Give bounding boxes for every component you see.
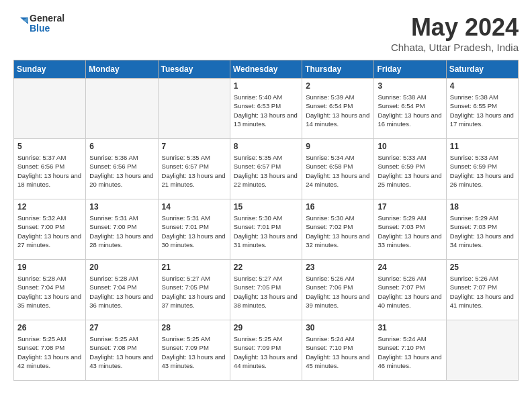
- day-info: Sunrise: 5:31 AMSunset: 7:00 PMDaylight:…: [89, 214, 154, 249]
- day-info: Sunrise: 5:33 AMSunset: 6:59 PMDaylight:…: [378, 153, 442, 189]
- day-cell: 1 Sunrise: 5:40 AMSunset: 6:53 PMDayligh…: [230, 79, 302, 139]
- day-number: 12: [17, 202, 82, 212]
- day-cell: 7 Sunrise: 5:35 AMSunset: 6:57 PMDayligh…: [158, 139, 230, 199]
- day-info: Sunrise: 5:39 AMSunset: 6:54 PMDaylight:…: [306, 93, 370, 128]
- day-cell: [14, 79, 86, 139]
- month-title: May 2024: [391, 13, 519, 42]
- day-number: 10: [378, 142, 442, 151]
- day-cell: 4 Sunrise: 5:38 AMSunset: 6:55 PMDayligh…: [446, 79, 518, 139]
- day-number: 6: [89, 142, 154, 151]
- header-row: Sunday Monday Tuesday Wednesday Thursday…: [14, 60, 519, 79]
- day-number: 20: [89, 263, 154, 272]
- day-info: Sunrise: 5:32 AMSunset: 7:00 PMDaylight:…: [17, 214, 82, 249]
- day-info: Sunrise: 5:28 AMSunset: 7:04 PMDaylight:…: [17, 274, 82, 310]
- day-info: Sunrise: 5:40 AMSunset: 6:53 PMDaylight:…: [234, 93, 298, 128]
- day-cell: 27 Sunrise: 5:25 AMSunset: 7:08 PMDaylig…: [86, 320, 158, 381]
- day-number: 29: [234, 323, 298, 332]
- col-wednesday: Wednesday: [230, 60, 302, 79]
- day-number: 5: [17, 142, 82, 151]
- week-row-3: 12 Sunrise: 5:32 AMSunset: 7:00 PMDaylig…: [14, 199, 519, 260]
- day-info: Sunrise: 5:30 AMSunset: 7:01 PMDaylight:…: [234, 214, 298, 249]
- day-cell: 15 Sunrise: 5:30 AMSunset: 7:01 PMDaylig…: [230, 199, 302, 260]
- day-number: 3: [378, 81, 442, 91]
- day-cell: [86, 79, 158, 139]
- day-cell: 13 Sunrise: 5:31 AMSunset: 7:00 PMDaylig…: [86, 199, 158, 260]
- day-info: Sunrise: 5:26 AMSunset: 7:06 PMDaylight:…: [306, 274, 370, 310]
- day-cell: 31 Sunrise: 5:24 AMSunset: 7:10 PMDaylig…: [374, 320, 446, 381]
- day-cell: 10 Sunrise: 5:33 AMSunset: 6:59 PMDaylig…: [374, 139, 446, 199]
- day-cell: [446, 320, 518, 381]
- day-cell: 21 Sunrise: 5:27 AMSunset: 7:05 PMDaylig…: [158, 260, 230, 320]
- col-sunday: Sunday: [14, 60, 86, 79]
- col-monday: Monday: [86, 60, 158, 79]
- day-info: Sunrise: 5:36 AMSunset: 6:56 PMDaylight:…: [89, 153, 154, 189]
- day-cell: 14 Sunrise: 5:31 AMSunset: 7:01 PMDaylig…: [158, 199, 230, 260]
- day-info: Sunrise: 5:29 AMSunset: 7:03 PMDaylight:…: [450, 214, 515, 249]
- title-block: May 2024 Chhata, Uttar Pradesh, India: [391, 13, 519, 53]
- col-tuesday: Tuesday: [158, 60, 230, 79]
- day-number: 19: [17, 263, 82, 272]
- day-number: 21: [162, 263, 226, 272]
- day-info: Sunrise: 5:25 AMSunset: 7:09 PMDaylight:…: [162, 334, 226, 370]
- day-number: 2: [306, 81, 370, 91]
- day-cell: 20 Sunrise: 5:28 AMSunset: 7:04 PMDaylig…: [86, 260, 158, 320]
- day-info: Sunrise: 5:38 AMSunset: 6:54 PMDaylight:…: [378, 93, 442, 128]
- day-number: 26: [17, 323, 82, 332]
- day-cell: 8 Sunrise: 5:35 AMSunset: 6:57 PMDayligh…: [230, 139, 302, 199]
- day-cell: 2 Sunrise: 5:39 AMSunset: 6:54 PMDayligh…: [302, 79, 374, 139]
- day-cell: 24 Sunrise: 5:26 AMSunset: 7:07 PMDaylig…: [374, 260, 446, 320]
- day-info: Sunrise: 5:38 AMSunset: 6:55 PMDaylight:…: [450, 93, 515, 128]
- day-info: Sunrise: 5:26 AMSunset: 7:07 PMDaylight:…: [378, 274, 442, 310]
- day-number: 14: [162, 202, 226, 212]
- col-friday: Friday: [374, 60, 446, 79]
- day-cell: 29 Sunrise: 5:25 AMSunset: 7:09 PMDaylig…: [230, 320, 302, 381]
- day-cell: 25 Sunrise: 5:26 AMSunset: 7:07 PMDaylig…: [446, 260, 518, 320]
- day-cell: 16 Sunrise: 5:30 AMSunset: 7:02 PMDaylig…: [302, 199, 374, 260]
- day-info: Sunrise: 5:34 AMSunset: 6:58 PMDaylight:…: [306, 153, 370, 189]
- week-row-1: 1 Sunrise: 5:40 AMSunset: 6:53 PMDayligh…: [14, 79, 519, 139]
- day-info: Sunrise: 5:29 AMSunset: 7:03 PMDaylight:…: [378, 214, 442, 249]
- day-cell: 28 Sunrise: 5:25 AMSunset: 7:09 PMDaylig…: [158, 320, 230, 381]
- day-cell: [158, 79, 230, 139]
- day-number: 4: [450, 81, 515, 91]
- day-number: 23: [306, 263, 370, 272]
- day-info: Sunrise: 5:30 AMSunset: 7:02 PMDaylight:…: [306, 214, 370, 249]
- week-row-5: 26 Sunrise: 5:25 AMSunset: 7:08 PMDaylig…: [14, 320, 519, 381]
- day-number: 27: [89, 323, 154, 332]
- day-cell: 17 Sunrise: 5:29 AMSunset: 7:03 PMDaylig…: [374, 199, 446, 260]
- day-info: Sunrise: 5:35 AMSunset: 6:57 PMDaylight:…: [234, 153, 298, 189]
- day-cell: 30 Sunrise: 5:24 AMSunset: 7:10 PMDaylig…: [302, 320, 374, 381]
- week-row-2: 5 Sunrise: 5:37 AMSunset: 6:56 PMDayligh…: [14, 139, 519, 199]
- day-info: Sunrise: 5:27 AMSunset: 7:05 PMDaylight:…: [162, 274, 226, 310]
- day-number: 24: [378, 263, 442, 272]
- day-info: Sunrise: 5:25 AMSunset: 7:09 PMDaylight:…: [234, 334, 298, 370]
- day-number: 25: [450, 263, 515, 272]
- day-cell: 22 Sunrise: 5:27 AMSunset: 7:05 PMDaylig…: [230, 260, 302, 320]
- day-info: Sunrise: 5:25 AMSunset: 7:08 PMDaylight:…: [17, 334, 82, 370]
- day-number: 28: [162, 323, 226, 332]
- day-cell: 11 Sunrise: 5:33 AMSunset: 6:59 PMDaylig…: [446, 139, 518, 199]
- day-info: Sunrise: 5:25 AMSunset: 7:08 PMDaylight:…: [89, 334, 154, 370]
- day-cell: 19 Sunrise: 5:28 AMSunset: 7:04 PMDaylig…: [14, 260, 86, 320]
- day-number: 13: [89, 202, 154, 212]
- day-info: Sunrise: 5:37 AMSunset: 6:56 PMDaylight:…: [17, 153, 82, 189]
- day-cell: 18 Sunrise: 5:29 AMSunset: 7:03 PMDaylig…: [446, 199, 518, 260]
- day-number: 31: [378, 323, 442, 332]
- day-number: 11: [450, 142, 515, 151]
- day-number: 17: [378, 202, 442, 212]
- day-cell: 9 Sunrise: 5:34 AMSunset: 6:58 PMDayligh…: [302, 139, 374, 199]
- day-info: Sunrise: 5:31 AMSunset: 7:01 PMDaylight:…: [162, 214, 226, 249]
- day-info: Sunrise: 5:24 AMSunset: 7:10 PMDaylight:…: [306, 334, 370, 370]
- logo-bird-icon: [13, 16, 28, 31]
- day-number: 30: [306, 323, 370, 332]
- day-number: 9: [306, 142, 370, 151]
- day-number: 8: [234, 142, 298, 151]
- calendar-table: Sunday Monday Tuesday Wednesday Thursday…: [13, 60, 519, 381]
- day-number: 18: [450, 202, 515, 212]
- day-cell: 5 Sunrise: 5:37 AMSunset: 6:56 PMDayligh…: [14, 139, 86, 199]
- col-thursday: Thursday: [302, 60, 374, 79]
- day-number: 1: [234, 81, 298, 91]
- day-cell: 3 Sunrise: 5:38 AMSunset: 6:54 PMDayligh…: [374, 79, 446, 139]
- day-info: Sunrise: 5:26 AMSunset: 7:07 PMDaylight:…: [450, 274, 515, 310]
- day-cell: 6 Sunrise: 5:36 AMSunset: 6:56 PMDayligh…: [86, 139, 158, 199]
